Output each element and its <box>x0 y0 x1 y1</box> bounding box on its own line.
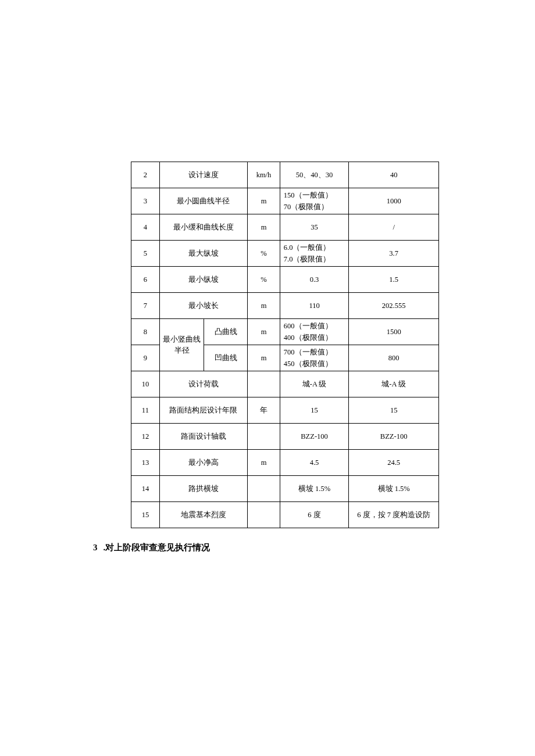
section-heading: 3.对上阶段审查意见执行情况 <box>93 542 442 553</box>
row-unit: m <box>248 293 280 319</box>
merged-line: 半径 <box>162 345 202 356</box>
row-spec: BZZ-100 <box>280 424 348 450</box>
row-number: 8 <box>131 319 160 345</box>
row-subname: 凸曲线 <box>204 319 248 345</box>
merged-line: 最小竖曲线 <box>162 334 202 345</box>
row-unit: m <box>248 214 280 241</box>
table-row: 7 最小坡长 m 110 202.555 <box>131 293 439 319</box>
row-unit <box>248 476 280 502</box>
table-row: 8 最小竖曲线 半径 凸曲线 m 600（一般值） 400（极限值） 1500 <box>131 319 439 345</box>
row-value: BZZ-100 <box>349 424 439 450</box>
row-spec: 150（一般值） 70（极限值） <box>280 188 348 214</box>
row-value: 800 <box>349 345 439 371</box>
row-value: 1000 <box>349 188 439 214</box>
heading-number: 3 <box>93 543 98 553</box>
row-value: 横坡 1.5% <box>349 476 439 502</box>
row-value: 1.5 <box>349 267 439 293</box>
table-row: 10 设计荷载 城-A 级 城-A 级 <box>131 371 439 397</box>
row-name: 设计荷载 <box>159 371 247 397</box>
row-spec: 700（一般值） 450（极限值） <box>280 345 348 371</box>
row-value: 202.555 <box>349 293 439 319</box>
row-number: 11 <box>131 397 160 424</box>
row-unit: m <box>248 319 280 345</box>
spec-line: 70（极限值） <box>284 201 346 213</box>
table-row: 3 最小圆曲线半径 m 150（一般值） 70（极限值） 1000 <box>131 188 439 214</box>
row-name: 最小纵坡 <box>159 267 247 293</box>
document-page: 2 设计速度 km/h 50、40、30 40 3 最小圆曲线半径 m 150（… <box>0 0 535 756</box>
row-unit: m <box>248 188 280 214</box>
spec-line: 7.0（极限值） <box>284 253 346 265</box>
row-number: 2 <box>131 162 160 188</box>
row-unit: m <box>248 450 280 476</box>
row-spec: 0.3 <box>280 267 348 293</box>
row-spec: 600（一般值） 400（极限值） <box>280 319 348 345</box>
row-value: 40 <box>349 162 439 188</box>
row-value: 6 度，按 7 度构造设防 <box>349 502 439 528</box>
spec-line: 6.0（一般值） <box>284 242 346 253</box>
row-name: 最小坡长 <box>159 293 247 319</box>
row-name: 路拱横坡 <box>159 476 247 502</box>
spec-line: 700（一般值） <box>284 346 346 358</box>
row-number: 4 <box>131 214 160 241</box>
row-name: 设计速度 <box>159 162 247 188</box>
row-value: / <box>349 214 439 241</box>
spec-line: 450（极限值） <box>284 358 346 370</box>
row-name-merged: 最小竖曲线 半径 <box>159 319 204 371</box>
row-value: 3.7 <box>349 241 439 267</box>
row-value: 1500 <box>349 319 439 345</box>
row-unit <box>248 424 280 450</box>
row-unit: km/h <box>248 162 280 188</box>
row-name: 地震基本烈度 <box>159 502 247 528</box>
table-row: 2 设计速度 km/h 50、40、30 40 <box>131 162 439 188</box>
spec-line: 600（一般值） <box>284 320 346 332</box>
table-row: 14 路拱横坡 横坡 1.5% 横坡 1.5% <box>131 476 439 502</box>
row-subname: 凹曲线 <box>204 345 248 371</box>
row-name: 最小缓和曲线长度 <box>159 214 247 241</box>
row-number: 3 <box>131 188 160 214</box>
row-spec: 城-A 级 <box>280 371 348 397</box>
row-spec: 15 <box>280 397 348 424</box>
row-number: 13 <box>131 450 160 476</box>
table-row: 6 最小纵坡 % 0.3 1.5 <box>131 267 439 293</box>
row-unit <box>248 502 280 528</box>
row-spec: 4.5 <box>280 450 348 476</box>
row-name: 最大纵坡 <box>159 241 247 267</box>
table-row: 5 最大纵坡 % 6.0（一般值） 7.0（极限值） 3.7 <box>131 241 439 267</box>
row-unit: % <box>248 241 280 267</box>
row-unit: m <box>248 345 280 371</box>
row-spec: 35 <box>280 214 348 241</box>
table-row: 12 路面设计轴载 BZZ-100 BZZ-100 <box>131 424 439 450</box>
row-spec: 6.0（一般值） 7.0（极限值） <box>280 241 348 267</box>
spec-line: 150（一般值） <box>284 189 346 201</box>
row-spec: 横坡 1.5% <box>280 476 348 502</box>
table-row: 15 地震基本烈度 6 度 6 度，按 7 度构造设防 <box>131 502 439 528</box>
row-spec: 110 <box>280 293 348 319</box>
table-row: 11 路面结构层设计年限 年 15 15 <box>131 397 439 424</box>
spec-line: 400（极限值） <box>284 332 346 343</box>
row-number: 5 <box>131 241 160 267</box>
row-name: 路面设计轴载 <box>159 424 247 450</box>
row-unit <box>248 371 280 397</box>
row-number: 9 <box>131 345 160 371</box>
row-number: 15 <box>131 502 160 528</box>
row-value: 城-A 级 <box>349 371 439 397</box>
row-number: 7 <box>131 293 160 319</box>
row-value: 24.5 <box>349 450 439 476</box>
row-number: 6 <box>131 267 160 293</box>
row-number: 10 <box>131 371 160 397</box>
row-name: 路面结构层设计年限 <box>159 397 247 424</box>
row-number: 14 <box>131 476 160 502</box>
row-spec: 50、40、30 <box>280 162 348 188</box>
table-row: 13 最小净高 m 4.5 24.5 <box>131 450 439 476</box>
row-value: 15 <box>349 397 439 424</box>
row-unit: 年 <box>248 397 280 424</box>
row-unit: % <box>248 267 280 293</box>
spec-table: 2 设计速度 km/h 50、40、30 40 3 最小圆曲线半径 m 150（… <box>131 162 439 528</box>
row-spec: 6 度 <box>280 502 348 528</box>
row-name: 最小净高 <box>159 450 247 476</box>
table-row: 4 最小缓和曲线长度 m 35 / <box>131 214 439 241</box>
heading-text: .对上阶段审查意见执行情况 <box>104 543 211 552</box>
row-name: 最小圆曲线半径 <box>159 188 247 214</box>
row-number: 12 <box>131 424 160 450</box>
